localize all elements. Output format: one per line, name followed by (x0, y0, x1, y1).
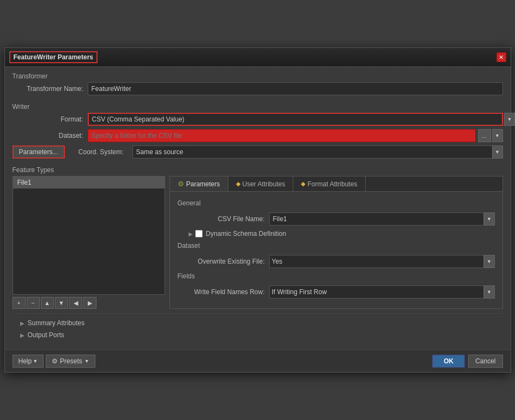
dialog-title: FeatureWriter Parameters (9, 51, 98, 63)
move-right-button[interactable]: ▶ (83, 297, 96, 309)
expand-arrow-icon[interactable]: ▶ (189, 231, 193, 237)
writer-section: Writer Format: CSV (Comma Separated Valu… (13, 103, 503, 162)
footer-left: Help ▼ ⚙ Presets ▼ (13, 355, 95, 368)
write-field-names-wrapper: If Writing First Row Always Never ▼ (269, 285, 495, 299)
parameters-button[interactable]: Parameters... (13, 145, 65, 159)
dialog-footer: Help ▼ ⚙ Presets ▼ OK Cancel (5, 350, 511, 372)
coord-label: Coord. System: (69, 148, 124, 156)
add-feature-button[interactable]: + (13, 297, 26, 309)
output-ports-expand-icon: ▶ (20, 332, 25, 338)
overwrite-row: Overwrite Existing File: Yes No ▼ (178, 255, 495, 268)
overwrite-wrapper: Yes No ▼ (269, 255, 495, 268)
dynamic-schema-row: ▶ Dynamic Schema Definition (189, 230, 495, 238)
title-bar: FeatureWriter Parameters ✕ (5, 48, 511, 67)
tab-content-parameters: General CSV File Name: ▼ ▶ Dynamic Sche (170, 192, 502, 308)
diamond-icon-format: ◆ (301, 180, 305, 187)
summary-attributes-label: Summary Attributes (28, 319, 85, 327)
tab-parameters-label: Parameters (186, 180, 220, 188)
feature-list: File1 (13, 176, 165, 295)
tabs-bar: ⚙ Parameters ◆ User Attributes ◆ Format … (170, 176, 502, 192)
list-item[interactable]: File1 (13, 176, 165, 188)
transformer-section-label: Transformer (13, 72, 503, 80)
format-select[interactable]: CSV (Comma Separated Value) (88, 113, 503, 126)
format-label: Format: (13, 115, 83, 123)
feature-types-label: Feature Types (13, 166, 503, 174)
overwrite-arrow[interactable]: ▼ (484, 255, 495, 268)
dataset-label: Dataset: (13, 132, 83, 139)
presets-gear-icon: ⚙ (52, 357, 58, 365)
fields-section-title: Fields (178, 272, 495, 281)
dataset-input[interactable] (88, 129, 476, 142)
write-field-names-label: Write Field Names Row: (178, 288, 265, 296)
summary-attributes-row[interactable]: ▶ Summary Attributes (20, 317, 495, 329)
help-button[interactable]: Help ▼ (13, 355, 44, 368)
format-select-wrapper: CSV (Comma Separated Value) ▼ (88, 113, 503, 126)
general-section-title: General (178, 199, 495, 208)
feature-writer-dialog: FeatureWriter Parameters ✕ Transformer T… (4, 47, 511, 373)
transformer-name-label: Transformer Name: (13, 85, 83, 93)
move-down-button[interactable]: ▼ (55, 297, 68, 309)
feature-types-body: File1 + − ▲ ▼ ◀ ▶ ⚙ (13, 176, 503, 309)
writer-section-label: Writer (13, 103, 503, 111)
summary-expand-icon: ▶ (20, 320, 25, 326)
writer-params-area: Parameters... Coord. System: Same as sou… (13, 145, 503, 159)
cancel-button[interactable]: Cancel (468, 355, 502, 368)
dataset-dropdown-arrow[interactable]: ▼ (492, 129, 503, 142)
tab-parameters[interactable]: ⚙ Parameters (170, 176, 228, 191)
presets-button[interactable]: ⚙ Presets ▼ (46, 355, 95, 368)
write-field-names-row: Write Field Names Row: If Writing First … (178, 285, 495, 299)
feature-types-section: Feature Types File1 + − ▲ ▼ ◀ ▶ (13, 166, 503, 309)
ok-button[interactable]: OK (432, 355, 465, 368)
right-panel: ⚙ Parameters ◆ User Attributes ◆ Format … (169, 176, 503, 309)
format-row: Format: CSV (Comma Separated Value) ▼ (13, 113, 503, 126)
dynamic-schema-checkbox[interactable] (195, 230, 203, 238)
help-dropdown-arrow: ▼ (33, 358, 38, 364)
move-left-button[interactable]: ◀ (69, 297, 82, 309)
transformer-name-row: Transformer Name: (13, 82, 503, 95)
feature-list-toolbar: + − ▲ ▼ ◀ ▶ (13, 297, 165, 309)
bottom-sections: ▶ Summary Attributes ▶ Output Ports (13, 313, 503, 344)
overwrite-label: Overwrite Existing File: (178, 258, 265, 265)
coord-dropdown-arrow[interactable]: ▼ (492, 145, 503, 159)
format-dropdown-arrow[interactable]: ▼ (504, 113, 515, 126)
csv-file-name-arrow[interactable]: ▼ (484, 212, 495, 226)
gear-icon: ⚙ (178, 180, 184, 188)
csv-file-name-label: CSV File Name: (178, 215, 265, 223)
tab-user-attributes-label: User Attributes (243, 180, 286, 188)
transformer-section: Transformer Transformer Name: (13, 72, 503, 99)
close-button[interactable]: ✕ (496, 52, 506, 62)
write-field-names-arrow[interactable]: ▼ (484, 285, 495, 299)
remove-feature-button[interactable]: − (27, 297, 40, 309)
footer-right: OK Cancel (432, 355, 502, 368)
dynamic-schema-label: Dynamic Schema Definition (206, 230, 286, 238)
dialog-body: Transformer Transformer Name: Writer For… (5, 67, 511, 350)
dataset-row: Dataset: ... ▼ (13, 129, 503, 142)
output-ports-row[interactable]: ▶ Output Ports (20, 329, 495, 341)
coord-dropdown-wrapper: Same as source ▼ (132, 145, 503, 159)
diamond-icon-user: ◆ (236, 180, 240, 187)
dataset-browse-button[interactable]: ... (478, 129, 491, 142)
coord-select[interactable]: Same as source (132, 145, 503, 159)
tab-user-attributes[interactable]: ◆ User Attributes (228, 176, 294, 191)
feature-list-panel: File1 + − ▲ ▼ ◀ ▶ (13, 176, 165, 309)
help-label: Help (19, 357, 32, 365)
tab-format-attributes[interactable]: ◆ Format Attributes (293, 176, 365, 191)
csv-file-name-row: CSV File Name: ▼ (178, 212, 495, 226)
move-up-button[interactable]: ▲ (41, 297, 54, 309)
csv-file-name-input[interactable] (269, 212, 484, 226)
dataset-section-title: Dataset (178, 242, 495, 251)
overwrite-select[interactable]: Yes No (269, 255, 484, 268)
csv-file-name-wrapper: ▼ (269, 212, 495, 226)
tab-format-attributes-label: Format Attributes (307, 180, 357, 188)
write-field-names-select[interactable]: If Writing First Row Always Never (269, 285, 484, 299)
transformer-name-input[interactable] (88, 82, 503, 95)
presets-dropdown-arrow: ▼ (84, 358, 89, 364)
output-ports-label: Output Ports (28, 331, 64, 339)
presets-label: Presets (60, 357, 82, 365)
